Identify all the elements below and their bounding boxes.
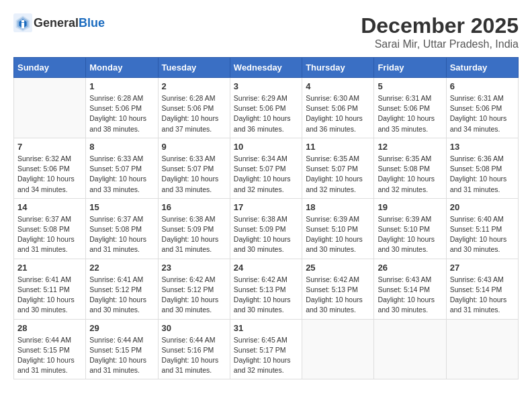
calendar-cell: 1Sunrise: 6:28 AM Sunset: 5:06 PM Daylig… — [86, 78, 158, 138]
calendar-cell: 13Sunrise: 6:36 AM Sunset: 5:08 PM Dayli… — [446, 138, 518, 198]
day-info: Sunrise: 6:44 AM Sunset: 5:15 PM Dayligh… — [89, 335, 154, 376]
day-info: Sunrise: 6:44 AM Sunset: 5:15 PM Dayligh… — [17, 335, 82, 376]
calendar-cell: 29Sunrise: 6:44 AM Sunset: 5:15 PM Dayli… — [86, 319, 158, 379]
day-info: Sunrise: 6:36 AM Sunset: 5:08 PM Dayligh… — [450, 154, 515, 195]
day-number: 11 — [306, 142, 370, 152]
month-title: December 2025 — [361, 13, 519, 38]
day-info: Sunrise: 6:32 AM Sunset: 5:06 PM Dayligh… — [17, 154, 82, 195]
calendar-cell: 19Sunrise: 6:39 AM Sunset: 5:10 PM Dayli… — [374, 198, 446, 259]
calendar-cell — [302, 319, 374, 379]
calendar-cell: 18Sunrise: 6:39 AM Sunset: 5:10 PM Dayli… — [302, 198, 374, 259]
day-number: 25 — [306, 263, 370, 273]
calendar-cell — [446, 319, 518, 379]
logo-text: GeneralBlue — [34, 16, 105, 30]
day-info: Sunrise: 6:38 AM Sunset: 5:09 PM Dayligh… — [234, 214, 298, 255]
day-number: 5 — [378, 81, 442, 91]
day-info: Sunrise: 6:43 AM Sunset: 5:14 PM Dayligh… — [378, 275, 442, 316]
calendar-week-row: 21Sunrise: 6:41 AM Sunset: 5:11 PM Dayli… — [14, 259, 519, 319]
day-number: 27 — [450, 263, 515, 273]
weekday-header-friday: Friday — [374, 58, 446, 78]
day-info: Sunrise: 6:34 AM Sunset: 5:07 PM Dayligh… — [234, 154, 298, 195]
day-info: Sunrise: 6:40 AM Sunset: 5:11 PM Dayligh… — [450, 214, 515, 255]
location-title: Sarai Mir, Uttar Pradesh, India — [361, 38, 519, 50]
day-number: 9 — [162, 142, 226, 152]
day-number: 26 — [378, 263, 442, 273]
calendar-cell: 7Sunrise: 6:32 AM Sunset: 5:06 PM Daylig… — [14, 138, 86, 198]
day-info: Sunrise: 6:44 AM Sunset: 5:16 PM Dayligh… — [162, 335, 226, 376]
day-number: 14 — [17, 202, 82, 212]
day-info: Sunrise: 6:31 AM Sunset: 5:06 PM Dayligh… — [378, 93, 442, 134]
calendar-cell: 20Sunrise: 6:40 AM Sunset: 5:11 PM Dayli… — [446, 198, 518, 259]
day-info: Sunrise: 6:33 AM Sunset: 5:07 PM Dayligh… — [162, 154, 226, 195]
calendar-table: SundayMondayTuesdayWednesdayThursdayFrid… — [13, 57, 519, 379]
calendar-cell: 23Sunrise: 6:42 AM Sunset: 5:12 PM Dayli… — [158, 259, 230, 319]
calendar-cell: 22Sunrise: 6:41 AM Sunset: 5:12 PM Dayli… — [86, 259, 158, 319]
day-number: 12 — [378, 142, 442, 152]
logo: GeneralBlue — [13, 13, 105, 32]
calendar-cell: 9Sunrise: 6:33 AM Sunset: 5:07 PM Daylig… — [158, 138, 230, 198]
day-number: 2 — [162, 81, 226, 91]
calendar-cell: 16Sunrise: 6:38 AM Sunset: 5:09 PM Dayli… — [158, 198, 230, 259]
day-info: Sunrise: 6:33 AM Sunset: 5:07 PM Dayligh… — [89, 154, 154, 195]
calendar-cell: 26Sunrise: 6:43 AM Sunset: 5:14 PM Dayli… — [374, 259, 446, 319]
calendar-week-row: 1Sunrise: 6:28 AM Sunset: 5:06 PM Daylig… — [14, 78, 519, 138]
day-info: Sunrise: 6:42 AM Sunset: 5:13 PM Dayligh… — [234, 275, 298, 316]
calendar-week-row: 28Sunrise: 6:44 AM Sunset: 5:15 PM Dayli… — [14, 319, 519, 379]
day-info: Sunrise: 6:39 AM Sunset: 5:10 PM Dayligh… — [306, 214, 370, 255]
day-info: Sunrise: 6:42 AM Sunset: 5:13 PM Dayligh… — [306, 275, 370, 316]
calendar-week-row: 14Sunrise: 6:37 AM Sunset: 5:08 PM Dayli… — [14, 198, 519, 259]
day-number: 16 — [162, 202, 226, 212]
svg-rect-4 — [21, 23, 24, 28]
calendar-cell: 17Sunrise: 6:38 AM Sunset: 5:09 PM Dayli… — [230, 198, 302, 259]
calendar-cell: 27Sunrise: 6:43 AM Sunset: 5:14 PM Dayli… — [446, 259, 518, 319]
weekday-header-monday: Monday — [86, 58, 158, 78]
day-info: Sunrise: 6:41 AM Sunset: 5:12 PM Dayligh… — [89, 275, 154, 316]
calendar-cell: 30Sunrise: 6:44 AM Sunset: 5:16 PM Dayli… — [158, 319, 230, 379]
calendar-cell: 6Sunrise: 6:31 AM Sunset: 5:06 PM Daylig… — [446, 78, 518, 138]
calendar-cell: 12Sunrise: 6:35 AM Sunset: 5:08 PM Dayli… — [374, 138, 446, 198]
calendar-cell: 25Sunrise: 6:42 AM Sunset: 5:13 PM Dayli… — [302, 259, 374, 319]
calendar-cell: 4Sunrise: 6:30 AM Sunset: 5:06 PM Daylig… — [302, 78, 374, 138]
calendar-week-row: 7Sunrise: 6:32 AM Sunset: 5:06 PM Daylig… — [14, 138, 519, 198]
day-info: Sunrise: 6:28 AM Sunset: 5:06 PM Dayligh… — [89, 93, 154, 134]
calendar-cell: 14Sunrise: 6:37 AM Sunset: 5:08 PM Dayli… — [14, 198, 86, 259]
day-info: Sunrise: 6:30 AM Sunset: 5:06 PM Dayligh… — [306, 93, 370, 134]
calendar-cell: 10Sunrise: 6:34 AM Sunset: 5:07 PM Dayli… — [230, 138, 302, 198]
calendar-cell: 5Sunrise: 6:31 AM Sunset: 5:06 PM Daylig… — [374, 78, 446, 138]
weekday-header-wednesday: Wednesday — [230, 58, 302, 78]
day-info: Sunrise: 6:39 AM Sunset: 5:10 PM Dayligh… — [378, 214, 442, 255]
day-number: 3 — [234, 81, 298, 91]
day-number: 18 — [306, 202, 370, 212]
svg-rect-5 — [21, 20, 24, 23]
day-number: 22 — [89, 263, 154, 273]
calendar-cell: 15Sunrise: 6:37 AM Sunset: 5:08 PM Dayli… — [86, 198, 158, 259]
day-number: 8 — [89, 142, 154, 152]
logo-icon — [13, 13, 32, 32]
day-info: Sunrise: 6:35 AM Sunset: 5:08 PM Dayligh… — [378, 154, 442, 195]
day-info: Sunrise: 6:45 AM Sunset: 5:17 PM Dayligh… — [234, 335, 298, 376]
day-info: Sunrise: 6:31 AM Sunset: 5:06 PM Dayligh… — [450, 93, 515, 134]
calendar-cell — [14, 78, 86, 138]
weekday-header-saturday: Saturday — [446, 58, 518, 78]
day-number: 21 — [17, 263, 82, 273]
calendar-cell: 8Sunrise: 6:33 AM Sunset: 5:07 PM Daylig… — [86, 138, 158, 198]
weekday-header-tuesday: Tuesday — [158, 58, 230, 78]
day-info: Sunrise: 6:28 AM Sunset: 5:06 PM Dayligh… — [162, 93, 226, 134]
day-info: Sunrise: 6:43 AM Sunset: 5:14 PM Dayligh… — [450, 275, 515, 316]
weekday-header-thursday: Thursday — [302, 58, 374, 78]
calendar-cell: 24Sunrise: 6:42 AM Sunset: 5:13 PM Dayli… — [230, 259, 302, 319]
logo-general: General — [34, 16, 79, 30]
day-number: 19 — [378, 202, 442, 212]
day-number: 13 — [450, 142, 515, 152]
page-header: GeneralBlue December 2025 Sarai Mir, Utt… — [13, 13, 519, 50]
day-number: 23 — [162, 263, 226, 273]
weekday-header-row: SundayMondayTuesdayWednesdayThursdayFrid… — [14, 58, 519, 78]
day-info: Sunrise: 6:42 AM Sunset: 5:12 PM Dayligh… — [162, 275, 226, 316]
weekday-header-sunday: Sunday — [14, 58, 86, 78]
calendar-cell — [374, 319, 446, 379]
calendar-cell: 28Sunrise: 6:44 AM Sunset: 5:15 PM Dayli… — [14, 319, 86, 379]
calendar-cell: 31Sunrise: 6:45 AM Sunset: 5:17 PM Dayli… — [230, 319, 302, 379]
day-number: 20 — [450, 202, 515, 212]
day-number: 7 — [17, 142, 82, 152]
day-number: 24 — [234, 263, 298, 273]
